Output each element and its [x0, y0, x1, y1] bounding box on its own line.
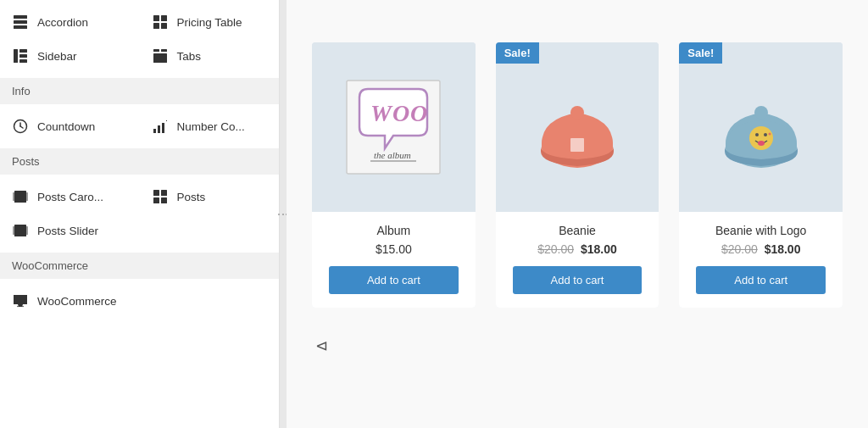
svg-rect-2 [14, 25, 27, 29]
svg-rect-25 [161, 190, 167, 196]
svg-point-43 [755, 133, 759, 136]
accordion-label: Accordion [37, 16, 88, 29]
woocommerce-icon [12, 292, 29, 309]
svg-line-16 [20, 126, 23, 128]
sidebar-section-header-woocommerce: WooCommerce [0, 253, 279, 279]
sidebar-item-posts-carousel[interactable]: Posts Caro... [0, 180, 140, 214]
sidebar-section-header-info: Info [0, 78, 279, 104]
svg-rect-4 [161, 15, 167, 21]
product-name-album: Album [320, 224, 467, 237]
sidebar-icon [12, 47, 29, 64]
posts-carousel-label: Posts Caro... [37, 191, 103, 203]
beanie-original-price: $20.00 [537, 242, 574, 256]
sidebar-section-posts: Posts Caro... Posts Posts S [0, 175, 279, 253]
sale-badge-beanie: Sale! [496, 42, 539, 64]
svg-rect-6 [161, 23, 167, 29]
svg-point-32 [22, 306, 24, 308]
number-counter-label: Number Co... [177, 120, 245, 133]
pagination-first-button[interactable]: ⊲ [312, 333, 331, 359]
beanie-logo-original-price: $20.00 [721, 242, 758, 256]
product-name-beanie-logo: Beanie with Logo [687, 224, 834, 237]
sidebar-item-posts[interactable]: Posts [140, 180, 280, 214]
sidebar-section-info: Countdown Number Co... [0, 104, 279, 148]
album-price: $15.00 [376, 242, 412, 256]
svg-rect-27 [161, 197, 167, 203]
svg-point-31 [17, 306, 19, 308]
sidebar-item-sidebar[interactable]: Sidebar [0, 39, 140, 73]
svg-text:the album: the album [374, 150, 411, 160]
posts-slider-label: Posts Slider [37, 225, 98, 237]
svg-rect-9 [19, 54, 27, 58]
countdown-icon [12, 118, 29, 135]
sidebar: Accordion Pricing Table [0, 0, 280, 428]
product-card-album: WOO the album Album $15.00 Add to cart [312, 42, 476, 308]
product-info-album: Album $15.00 Add to cart [312, 212, 476, 308]
product-image-album: WOO the album [312, 42, 476, 212]
posts-slider-icon [12, 222, 29, 239]
sale-badge-beanie-logo: Sale! [679, 42, 722, 64]
product-info-beanie: Beanie $20.00 $18.00 Add to cart [496, 212, 659, 308]
products-grid: WOO the album Album $15.00 Add to cart S… [312, 42, 843, 308]
svg-point-41 [754, 106, 768, 120]
product-name-beanie: Beanie [504, 224, 651, 237]
product-price-beanie-logo: $20.00 $18.00 [687, 242, 834, 256]
svg-rect-24 [153, 190, 159, 196]
product-card-beanie-logo: Sale! [679, 42, 843, 308]
countdown-label: Countdown [37, 120, 95, 133]
tabs-icon [152, 47, 169, 64]
resize-handle[interactable]: ⋮ [280, 0, 287, 428]
sidebar-label: Sidebar [37, 50, 77, 63]
svg-rect-18 [158, 125, 160, 133]
sidebar-item-posts-slider[interactable]: Posts Slider [0, 214, 140, 247]
accordion-icon [12, 14, 29, 31]
svg-rect-11 [153, 49, 159, 52]
svg-rect-12 [161, 49, 167, 52]
svg-rect-0 [14, 15, 27, 19]
sidebar-item-number-counter[interactable]: Number Co... [140, 109, 280, 143]
svg-point-46 [768, 133, 771, 136]
svg-point-42 [749, 126, 773, 150]
sidebar-item-pricing-table[interactable]: Pricing Table [140, 5, 280, 39]
product-price-album: $15.00 [320, 242, 467, 256]
posts-carousel-icon [12, 188, 29, 205]
posts-label: Posts [177, 191, 206, 203]
main-content: WOO the album Album $15.00 Add to cart S… [287, 0, 868, 428]
svg-rect-3 [153, 15, 159, 21]
svg-point-45 [758, 141, 765, 146]
svg-rect-17 [153, 129, 156, 133]
product-image-beanie: Sale! [496, 42, 659, 212]
svg-rect-26 [153, 197, 159, 203]
svg-rect-7 [14, 49, 18, 63]
posts-icon [152, 188, 169, 205]
number-counter-icon [152, 118, 169, 135]
sidebar-section-layout: Accordion Pricing Table [0, 0, 279, 78]
svg-rect-8 [19, 49, 27, 53]
svg-rect-20 [166, 120, 167, 121]
add-to-cart-album[interactable]: Add to cart [329, 266, 459, 294]
add-to-cart-beanie[interactable]: Add to cart [513, 266, 643, 294]
svg-rect-5 [153, 23, 159, 29]
svg-rect-19 [162, 123, 164, 133]
product-price-beanie: $20.00 $18.00 [504, 242, 651, 256]
svg-rect-39 [570, 138, 584, 152]
svg-rect-30 [24, 226, 28, 235]
add-to-cart-beanie-logo[interactable]: Add to cart [696, 266, 826, 294]
svg-rect-10 [19, 59, 27, 63]
sidebar-item-countdown[interactable]: Countdown [0, 109, 140, 143]
svg-rect-1 [14, 20, 27, 24]
woocommerce-label: WooCommerce [37, 295, 117, 308]
sidebar-section-woocommerce: WooCommerce [0, 279, 279, 323]
product-image-beanie-logo: Sale! [679, 42, 843, 212]
svg-point-38 [570, 106, 584, 120]
pricing-table-icon [152, 14, 169, 31]
beanie-sale-price: $18.00 [581, 242, 617, 256]
tabs-label: Tabs [177, 50, 202, 63]
sidebar-item-woocommerce[interactable]: WooCommerce [0, 284, 140, 318]
sidebar-section-header-posts: Posts [0, 148, 279, 175]
beanie-logo-sale-price: $18.00 [765, 242, 801, 256]
product-card-beanie: Sale! Beanie $20.00 $18 [496, 42, 659, 308]
sidebar-item-accordion[interactable]: Accordion [0, 5, 140, 39]
pagination: ⊲ [312, 333, 843, 359]
sidebar-item-tabs[interactable]: Tabs [140, 39, 280, 73]
svg-rect-23 [24, 192, 28, 201]
